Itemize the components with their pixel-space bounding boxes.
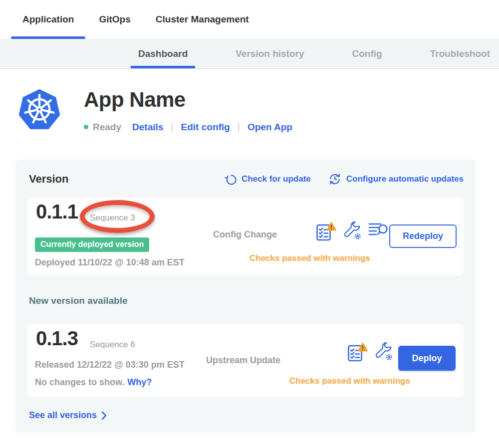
status-label: Ready	[93, 122, 121, 133]
why-link[interactable]: Why?	[127, 377, 152, 387]
current-version-sequence: Sequence 3	[90, 213, 135, 223]
deploy-button[interactable]: Deploy	[398, 346, 456, 371]
change-type-label: Upstream Update	[206, 355, 280, 366]
redeploy-button[interactable]: Redeploy	[389, 224, 457, 248]
schedule-refresh-icon	[328, 172, 342, 186]
config-wrench-icon[interactable]	[375, 342, 393, 361]
checks-status-text: Checks passed with warnings	[250, 253, 370, 263]
open-app-link[interactable]: Open App	[248, 122, 292, 133]
config-wrench-icon[interactable]	[343, 222, 362, 240]
link-separator: |	[171, 121, 173, 133]
tab-cluster-management[interactable]: Cluster Management	[156, 0, 249, 39]
view-files-icon[interactable]	[368, 222, 389, 238]
refresh-icon	[225, 173, 237, 186]
no-changes-text: No changes to show.Why?	[35, 377, 152, 388]
preflight-checks-warning-icon[interactable]	[316, 222, 337, 241]
configure-automatic-updates-link[interactable]: Configure automatic updates	[328, 172, 464, 186]
current-version-number: 0.1.1	[36, 201, 78, 223]
kubernetes-logo-icon	[17, 88, 61, 132]
details-link[interactable]: Details	[132, 122, 163, 133]
change-type-label: Config Change	[213, 229, 277, 240]
tab-version-history[interactable]: Version history	[236, 39, 304, 68]
released-timestamp: Released 12/12/22 @ 03:30 pm EST	[35, 360, 185, 370]
available-version-card: 0.1.3 Sequence 6 Released 12/12/22 @ 03:…	[27, 324, 464, 397]
preflight-checks-warning-icon[interactable]	[347, 342, 368, 362]
secondary-nav: Dashboard Version history Config Trouble…	[0, 39, 499, 69]
tab-config[interactable]: Config	[352, 39, 382, 68]
chevron-right-icon	[101, 411, 107, 420]
ready-status-dot-icon	[84, 125, 88, 129]
version-heading: Version	[29, 173, 68, 186]
current-version-card: 0.1.1 Sequence 3 Currently deployed vers…	[27, 198, 464, 275]
tab-application[interactable]: Application	[22, 0, 74, 39]
primary-nav: Application GitOps Cluster Management	[0, 0, 499, 39]
link-separator: |	[238, 121, 240, 133]
available-version-number: 0.1.3	[36, 327, 78, 349]
see-all-versions-link[interactable]: See all versions	[27, 410, 464, 421]
tab-dashboard[interactable]: Dashboard	[138, 39, 188, 68]
check-for-update-link[interactable]: Check for update	[225, 173, 311, 186]
checks-status-text: Checks passed with warnings	[289, 376, 410, 386]
app-header: App Name Ready Details | Edit config | O…	[0, 69, 499, 133]
currently-deployed-badge: Currently deployed version	[35, 237, 149, 252]
edit-config-link[interactable]: Edit config	[181, 122, 230, 133]
version-panel: Version Check for update	[15, 160, 476, 433]
new-version-heading: New version available	[27, 295, 464, 306]
page-title: App Name	[84, 88, 292, 111]
deployed-timestamp: Deployed 11/10/22 @ 10:48 am EST	[35, 257, 185, 268]
tab-troubleshoot[interactable]: Troubleshoot	[430, 39, 490, 68]
tab-gitops[interactable]: GitOps	[99, 0, 130, 39]
available-version-sequence: Sequence 6	[90, 340, 135, 350]
